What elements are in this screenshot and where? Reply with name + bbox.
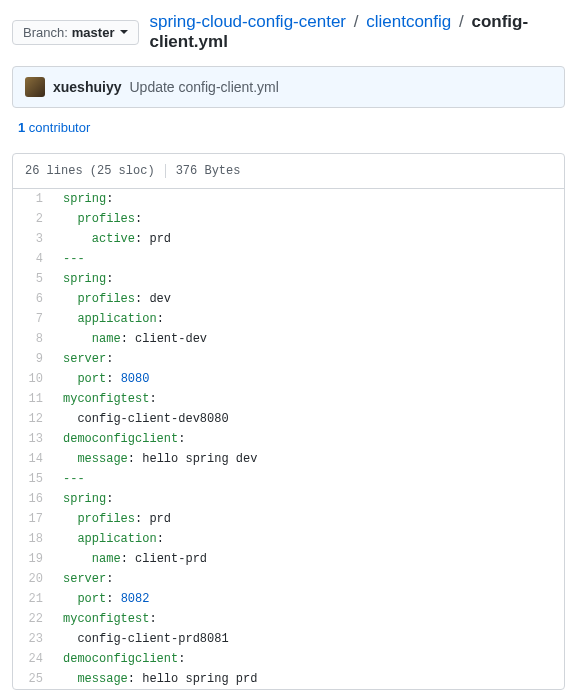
line-content[interactable]: config-client-prd8081 — [53, 629, 564, 649]
branch-value: master — [72, 25, 115, 40]
code-line: 23 config-client-prd8081 — [13, 629, 564, 649]
line-number[interactable]: 21 — [13, 589, 53, 609]
line-content[interactable]: spring: — [53, 269, 564, 289]
line-content[interactable]: profiles: prd — [53, 509, 564, 529]
code-line: 24democonfigclient: — [13, 649, 564, 669]
line-number[interactable]: 7 — [13, 309, 53, 329]
code-line: 19 name: client-prd — [13, 549, 564, 569]
line-content[interactable]: name: client-dev — [53, 329, 564, 349]
line-content[interactable]: profiles: — [53, 209, 564, 229]
code-line: 17 profiles: prd — [13, 509, 564, 529]
contributors-count: 1 — [18, 120, 25, 135]
contributors-link[interactable]: 1 contributor — [18, 120, 90, 135]
line-number[interactable]: 8 — [13, 329, 53, 349]
code-line: 3 active: prd — [13, 229, 564, 249]
file-size: 376 Bytes — [176, 164, 241, 178]
line-content[interactable]: server: — [53, 569, 564, 589]
line-number[interactable]: 10 — [13, 369, 53, 389]
code-line: 22myconfigtest: — [13, 609, 564, 629]
line-number[interactable]: 23 — [13, 629, 53, 649]
code-line: 21 port: 8082 — [13, 589, 564, 609]
line-content[interactable]: message: hello spring prd — [53, 669, 564, 689]
line-number[interactable]: 24 — [13, 649, 53, 669]
line-content[interactable]: application: — [53, 529, 564, 549]
commit-box: xueshuiyy Update config-client.yml — [12, 66, 565, 108]
breadcrumb: spring-cloud-config-center / clientconfi… — [149, 12, 565, 52]
code-table: 1spring:2 profiles:3 active: prd4---5spr… — [13, 189, 564, 689]
breadcrumb-folder-link[interactable]: clientconfig — [366, 12, 451, 31]
line-number[interactable]: 1 — [13, 189, 53, 209]
code-line: 4--- — [13, 249, 564, 269]
line-number[interactable]: 12 — [13, 409, 53, 429]
code-line: 25 message: hello spring prd — [13, 669, 564, 689]
line-number[interactable]: 14 — [13, 449, 53, 469]
line-content[interactable]: port: 8082 — [53, 589, 564, 609]
divider — [165, 164, 166, 178]
code-line: 7 application: — [13, 309, 564, 329]
code-line: 11myconfigtest: — [13, 389, 564, 409]
line-content[interactable]: democonfigclient: — [53, 429, 564, 449]
line-content[interactable]: spring: — [53, 189, 564, 209]
line-content[interactable]: --- — [53, 469, 564, 489]
breadcrumb-separator: / — [459, 12, 464, 31]
line-number[interactable]: 17 — [13, 509, 53, 529]
line-content[interactable]: spring: — [53, 489, 564, 509]
line-content[interactable]: server: — [53, 349, 564, 369]
file-info-bar: 26 lines (25 sloc) 376 Bytes — [13, 154, 564, 189]
code-line: 13democonfigclient: — [13, 429, 564, 449]
line-content[interactable]: name: client-prd — [53, 549, 564, 569]
line-number[interactable]: 4 — [13, 249, 53, 269]
line-number[interactable]: 19 — [13, 549, 53, 569]
code-line: 14 message: hello spring dev — [13, 449, 564, 469]
line-number[interactable]: 2 — [13, 209, 53, 229]
code-line: 15--- — [13, 469, 564, 489]
line-number[interactable]: 18 — [13, 529, 53, 549]
code-line: 18 application: — [13, 529, 564, 549]
line-number[interactable]: 16 — [13, 489, 53, 509]
code-line: 20server: — [13, 569, 564, 589]
file-box: 26 lines (25 sloc) 376 Bytes 1spring:2 p… — [12, 153, 565, 690]
line-content[interactable]: myconfigtest: — [53, 609, 564, 629]
code-line: 16spring: — [13, 489, 564, 509]
breadcrumb-separator: / — [354, 12, 359, 31]
line-content[interactable]: profiles: dev — [53, 289, 564, 309]
breadcrumb-root-link[interactable]: spring-cloud-config-center — [149, 12, 346, 31]
line-number[interactable]: 13 — [13, 429, 53, 449]
avatar[interactable] — [25, 77, 45, 97]
code-line: 1spring: — [13, 189, 564, 209]
header-row: Branch: master spring-cloud-config-cente… — [12, 12, 565, 52]
line-content[interactable]: config-client-dev8080 — [53, 409, 564, 429]
contributors-label: contributor — [29, 120, 90, 135]
code-line: 2 profiles: — [13, 209, 564, 229]
line-number[interactable]: 3 — [13, 229, 53, 249]
line-number[interactable]: 25 — [13, 669, 53, 689]
line-content[interactable]: message: hello spring dev — [53, 449, 564, 469]
line-content[interactable]: application: — [53, 309, 564, 329]
line-number[interactable]: 5 — [13, 269, 53, 289]
line-number[interactable]: 6 — [13, 289, 53, 309]
chevron-down-icon — [120, 30, 128, 34]
commit-author[interactable]: xueshuiyy — [53, 79, 121, 95]
code-line: 12 config-client-dev8080 — [13, 409, 564, 429]
line-content[interactable]: democonfigclient: — [53, 649, 564, 669]
line-content[interactable]: --- — [53, 249, 564, 269]
code-line: 6 profiles: dev — [13, 289, 564, 309]
line-number[interactable]: 22 — [13, 609, 53, 629]
branch-select-button[interactable]: Branch: master — [12, 20, 139, 45]
line-number[interactable]: 20 — [13, 569, 53, 589]
line-content[interactable]: port: 8080 — [53, 369, 564, 389]
code-line: 8 name: client-dev — [13, 329, 564, 349]
file-lines: 26 lines (25 sloc) — [25, 164, 155, 178]
code-line: 10 port: 8080 — [13, 369, 564, 389]
branch-label: Branch: — [23, 25, 68, 40]
line-content[interactable]: active: prd — [53, 229, 564, 249]
line-number[interactable]: 11 — [13, 389, 53, 409]
code-line: 5spring: — [13, 269, 564, 289]
contributors-row: 1 contributor — [12, 118, 565, 153]
line-content[interactable]: myconfigtest: — [53, 389, 564, 409]
line-number[interactable]: 15 — [13, 469, 53, 489]
commit-message[interactable]: Update config-client.yml — [129, 79, 278, 95]
line-number[interactable]: 9 — [13, 349, 53, 369]
code-line: 9server: — [13, 349, 564, 369]
